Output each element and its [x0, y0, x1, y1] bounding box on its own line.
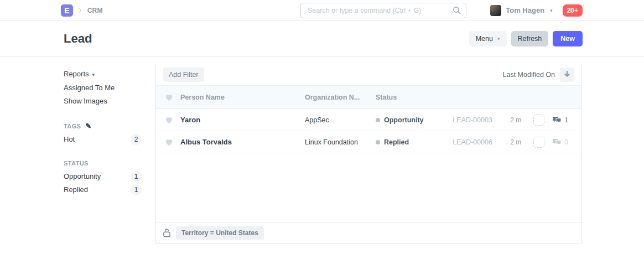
sort-area: Last Modified On [503, 68, 575, 82]
comment-count: 1 [564, 116, 568, 124]
lead-id: LEAD-00003 [453, 116, 496, 124]
column-header-status[interactable]: Status [376, 94, 397, 101]
breadcrumb-area: E › CRM [61, 4, 103, 17]
list-sidebar: Reports ▾ Assigned To Me Show Images TAG… [64, 67, 142, 196]
heart-icon [165, 138, 173, 146]
table-row[interactable]: Yaron AppSec Opportunity LEAD-00003 2 m [156, 109, 581, 131]
status-indicator-dot [376, 140, 380, 144]
sidebar-status-opportunity[interactable]: Opportunity 1 [64, 170, 142, 183]
lock-icon [163, 229, 170, 237]
row-meta: LEAD-00003 2 m 1 [453, 115, 581, 126]
status-cell: Replied [376, 138, 409, 146]
column-header-person-name[interactable]: Person Name [180, 94, 305, 101]
comment-count: 0 [564, 138, 568, 146]
notifications-badge[interactable]: 20+ [563, 4, 583, 17]
column-header-organization[interactable]: Organization N... [305, 94, 376, 101]
sidebar-item-show-images[interactable]: Show Images [64, 95, 142, 108]
sidebar-item-label: Assigned To Me [64, 81, 115, 95]
organization-name: Linux Foundation [305, 138, 376, 146]
status-indicator-dot [376, 118, 380, 122]
comment-icon [552, 138, 562, 146]
list-footer: Territory = United States [156, 222, 581, 243]
sort-direction-button[interactable] [560, 68, 574, 82]
arrow-down-icon [564, 71, 570, 78]
favourite-toggle[interactable] [156, 116, 180, 124]
heart-icon [165, 94, 173, 101]
page-head: Lead Menu ▾ Refresh New [0, 21, 644, 57]
assign-button[interactable] [533, 115, 544, 126]
menu-button[interactable]: Menu ▾ [469, 31, 507, 46]
search-input[interactable] [300, 3, 466, 18]
status-filter-label: Opportunity [64, 170, 101, 183]
app-logo[interactable]: E [61, 4, 73, 17]
row-meta: LEAD-00006 2 m 0 [453, 137, 581, 148]
add-filter-button[interactable]: Add Filter [163, 68, 204, 82]
lead-list: Add Filter Last Modified On Perso [155, 64, 582, 244]
user-menu[interactable]: Tom Hagen ▾ [490, 5, 552, 16]
breadcrumb-chevron-icon: › [79, 5, 82, 14]
navbar: E › CRM Tom Hagen ▾ 20+ [0, 0, 644, 21]
refresh-button[interactable]: Refresh [511, 31, 549, 46]
menu-button-label: Menu [476, 35, 493, 43]
table-row[interactable]: Albus Torvalds Linux Foundation Replied … [156, 131, 581, 153]
chevron-down-icon: ▾ [550, 8, 553, 13]
search-box [300, 3, 466, 18]
page-title: Lead [64, 32, 92, 46]
breadcrumb[interactable]: CRM [87, 7, 103, 14]
status-filter-label: Replied [64, 183, 88, 196]
content: Reports ▾ Assigned To Me Show Images TAG… [0, 57, 644, 259]
status-label: Opportunity [384, 116, 424, 124]
comment-indicator[interactable]: 1 [552, 116, 568, 124]
modified-time: 2 m [510, 116, 521, 124]
favourite-column-icon [156, 94, 180, 101]
lead-id: LEAD-00006 [453, 138, 496, 146]
tag-label: Hot [64, 133, 75, 146]
filter-row: Add Filter Last Modified On [156, 64, 581, 86]
new-button[interactable]: New [553, 31, 583, 46]
sidebar-item-reports[interactable]: Reports ▾ [64, 67, 142, 81]
sidebar-status-replied[interactable]: Replied 1 [64, 183, 142, 196]
permission-filter-pill: Territory = United States [176, 226, 264, 240]
navbar-right: Tom Hagen ▾ 20+ [490, 4, 583, 17]
sidebar-item-assigned-to-me[interactable]: Assigned To Me [64, 81, 142, 95]
organization-name: AppSec [305, 116, 376, 124]
favourite-toggle[interactable] [156, 138, 180, 146]
status-count-badge: 1 [131, 184, 142, 195]
chevron-down-icon: ▾ [497, 36, 500, 42]
heart-icon [165, 116, 173, 124]
comment-indicator[interactable]: 0 [552, 138, 568, 146]
tags-heading-label: TAGS [64, 120, 81, 133]
user-name: Tom Hagen [506, 6, 544, 14]
list-empty-space [156, 153, 581, 222]
status-heading: STATUS [64, 157, 142, 170]
modified-time: 2 m [510, 138, 521, 146]
comment-icon [552, 116, 562, 124]
user-avatar [490, 5, 501, 16]
list-header-row: Person Name Organization N... Status [156, 86, 581, 109]
edit-tags-icon[interactable]: ✎ [85, 120, 91, 133]
sidebar-item-label: Reports [64, 68, 89, 81]
tags-heading: TAGS ✎ [64, 120, 142, 133]
sidebar-tag-hot[interactable]: Hot 2 [64, 133, 142, 146]
page-actions: Menu ▾ Refresh New [469, 31, 583, 46]
assign-button[interactable] [533, 137, 544, 148]
sidebar-item-label: Show Images [64, 95, 107, 108]
status-label: Replied [384, 138, 409, 146]
app-root: E › CRM Tom Hagen ▾ 20+ Lead Menu [0, 0, 644, 259]
status-heading-label: STATUS [64, 157, 89, 170]
chevron-down-icon: ▾ [92, 68, 95, 81]
logo-letter: E [64, 6, 69, 15]
tag-count-badge: 2 [131, 134, 142, 145]
status-count-badge: 1 [131, 171, 142, 182]
search-icon [453, 6, 461, 15]
person-name[interactable]: Albus Torvalds [180, 138, 305, 146]
status-cell: Opportunity [376, 116, 424, 124]
sort-field-label[interactable]: Last Modified On [503, 71, 555, 79]
person-name[interactable]: Yaron [180, 116, 305, 124]
